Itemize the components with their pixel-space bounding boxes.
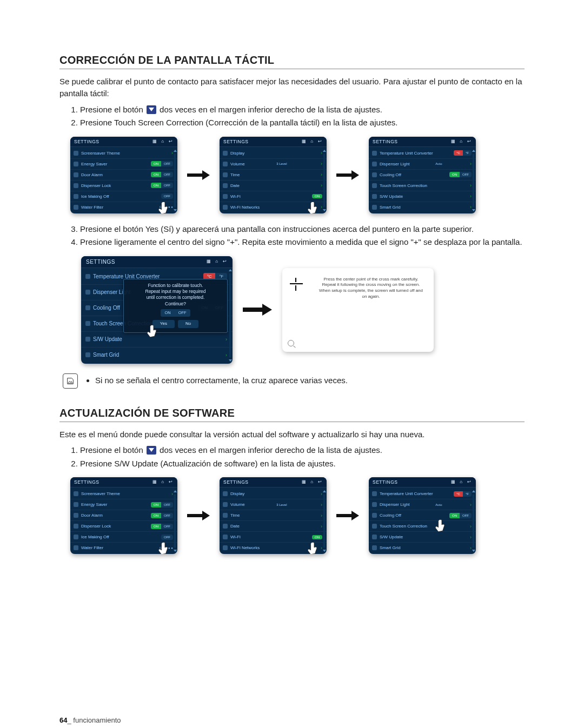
arrow-right-icon	[335, 509, 360, 523]
step-4: Presione ligeramente el centro del signo…	[80, 236, 525, 249]
sw-step-1: Presione el botón dos veces en el margen…	[80, 444, 525, 457]
scroll-down-icon	[147, 446, 156, 455]
settings-panel-c-large: SETTINGS ▦⌂↩ Temperature Unit Converter°…	[81, 256, 233, 364]
sw-step-2: Presione S/W Update (Actualización de so…	[80, 458, 525, 470]
calibration-instructions: Press the center point of the cross mark…	[317, 277, 425, 300]
note-touch: Si no se señala el centro correctamente,…	[63, 373, 525, 389]
settings-panel-c: SETTINGS ▦⌂↩ Temperature Unit Converter°…	[369, 137, 476, 213]
settings-panel-b: SETTINGS ▦⌂↩ Display› Volume3 Level› Tim…	[220, 137, 327, 213]
settings-panel-a: SETTINGS ▦ ⌂ ↩ Screensaver Theme› Energy…	[70, 137, 177, 213]
section-title-sw: ACTUALIZACIÓN DE SOFTWARE	[59, 407, 525, 422]
steps-sw: Presione el botón dos veces en el margen…	[80, 444, 525, 470]
step-2: Presione Touch Screen Correction (Correc…	[80, 117, 525, 129]
intro-sw: Este es el menú donde puede consultar la…	[59, 429, 525, 440]
panel-row-sw: SETTINGS ▦⌂↩ Screensaver Theme› Energy S…	[70, 477, 525, 554]
panel-title: SETTINGS ▦ ⌂ ↩	[70, 137, 177, 147]
panel-row-touch-2: SETTINGS ▦⌂↩ Temperature Unit Converter°…	[81, 256, 525, 364]
intro-touch: Se puede calibrar el punto de contacto p…	[59, 76, 525, 99]
cross-mark-icon	[290, 278, 303, 291]
scroll-down-icon	[147, 105, 156, 114]
arrow-right-icon	[186, 168, 211, 182]
step-1: Presione el botón dos veces en el margen…	[80, 104, 525, 116]
steps-touch-a: Presione el botón dos veces en el margen…	[80, 104, 525, 129]
step-3: Presione el botón Yes (Sí) y aparecerá u…	[80, 223, 525, 236]
dialog-no-button[interactable]: No	[178, 320, 198, 328]
section-title-touch: CORRECCIÓN DE LA PANTALLA TÁCTIL	[59, 54, 525, 69]
settings-panel-b-sw: SETTINGS ▦⌂↩ Display› Volume3 Level› Tim…	[220, 477, 327, 554]
back-icon: ↩	[168, 139, 174, 144]
panel-row-touch-1: SETTINGS ▦ ⌂ ↩ Screensaver Theme› Energy…	[70, 137, 525, 213]
calibration-dialog: Function to calibrate touch. Repeat inpu…	[123, 279, 228, 333]
arrow-right-icon	[335, 168, 360, 182]
arrow-right-icon	[241, 301, 274, 318]
settings-panel-c-sw: SETTINGS ▦⌂↩ Temperature Unit Converter°…	[369, 477, 476, 554]
home-icon: ⌂	[160, 139, 165, 144]
calibration-screen: Press the center point of the cross mark…	[282, 268, 434, 352]
arrow-right-icon	[186, 509, 211, 523]
steps-touch-b: Presione el botón Yes (Sí) y aparecerá u…	[80, 223, 525, 249]
dialog-yes-button[interactable]: Yes	[152, 320, 175, 328]
settings-panel-a-sw: SETTINGS ▦⌂↩ Screensaver Theme› Energy S…	[70, 477, 177, 554]
grid-icon: ▦	[152, 139, 157, 144]
page-footer: 64_ funcionamiento	[59, 716, 525, 724]
note-icon	[63, 373, 78, 389]
magnifier-icon	[288, 340, 294, 346]
